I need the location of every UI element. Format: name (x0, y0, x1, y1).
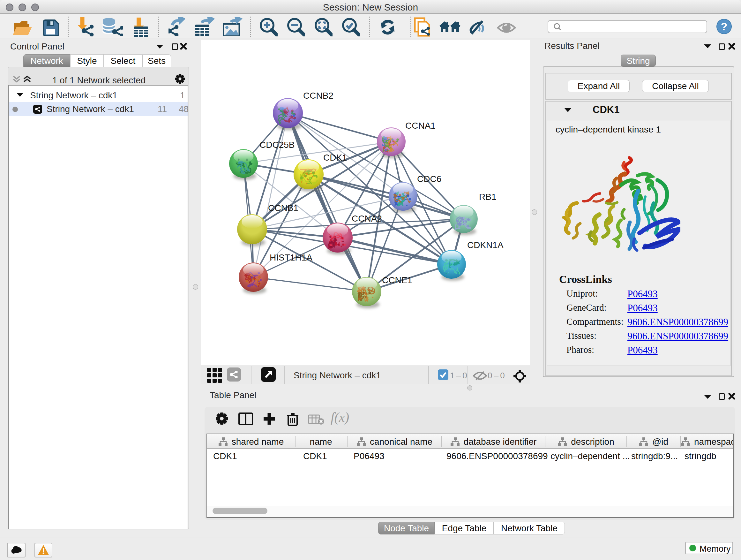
svg-text:CCNB1: CCNB1 (268, 203, 298, 213)
svg-text:CDKN1A: CDKN1A (467, 240, 503, 250)
svg-text:RB1: RB1 (479, 192, 496, 202)
svg-text:CDC25B: CDC25B (259, 140, 294, 150)
svg-text:CDC6: CDC6 (417, 174, 441, 184)
svg-text:HIST1H1A: HIST1H1A (270, 253, 313, 262)
svg-text:CCNB2: CCNB2 (303, 91, 333, 101)
svg-text:CCNE1: CCNE1 (382, 275, 412, 285)
svg-text:CCNA1: CCNA1 (405, 121, 435, 131)
svg-text:CDK1: CDK1 (323, 152, 347, 163)
svg-text:CCNA2: CCNA2 (352, 213, 382, 224)
